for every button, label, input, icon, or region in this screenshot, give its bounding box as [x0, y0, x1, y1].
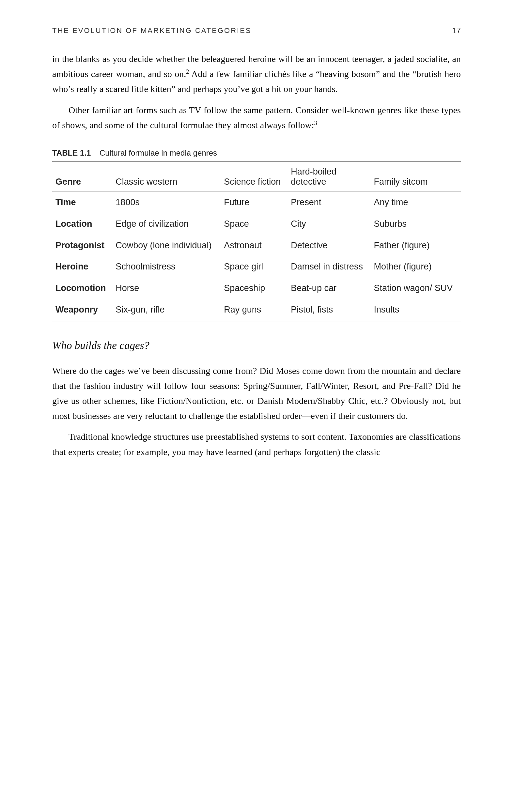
paragraph-1: in the blanks as you decide whether the …: [52, 52, 461, 97]
table-cell: Station wagon/ SUV: [371, 278, 461, 299]
table-caption-text: Cultural formulae in media genres: [93, 148, 217, 157]
table-cell: Suburbs: [371, 213, 461, 235]
table-cell: Edge of civilization: [112, 213, 221, 235]
table-row: HeroineSchoolmistressSpace girlDamsel in…: [52, 256, 461, 278]
table-cell: 1800s: [112, 192, 221, 213]
table-cell: Space: [221, 213, 287, 235]
table-cell: City: [287, 213, 370, 235]
row-label: Location: [52, 213, 112, 235]
table-section: TABLE 1.1 Cultural formulae in media gen…: [52, 148, 461, 321]
table-cell: Cowboy (lone individual): [112, 235, 221, 256]
col-classic-western: Classic western: [112, 162, 221, 192]
table-cell: Space girl: [221, 256, 287, 278]
table-cell: Schoolmistress: [112, 256, 221, 278]
paragraph-4: Traditional knowledge structures use pre…: [52, 429, 461, 459]
col-family-sitcom: Family sitcom: [371, 162, 461, 192]
section-heading: Who builds the cages?: [52, 340, 461, 352]
book-page: THE EVOLUTION OF MARKETING CATEGORIES 17…: [0, 0, 513, 812]
table-cell: Ray guns: [221, 299, 287, 321]
table-row: LocomotionHorseSpaceshipBeat-up carStati…: [52, 278, 461, 299]
table-cell: Insults: [371, 299, 461, 321]
row-label: Weaponry: [52, 299, 112, 321]
col-genre: Genre: [52, 162, 112, 192]
data-table: Genre Classic western Science fiction Ha…: [52, 162, 461, 321]
table-label: TABLE 1.1: [52, 148, 91, 157]
table-cell: Astronaut: [221, 235, 287, 256]
row-label: Heroine: [52, 256, 112, 278]
table-caption: TABLE 1.1 Cultural formulae in media gen…: [52, 148, 461, 157]
page-number: 17: [452, 26, 461, 35]
paragraph-3: Where do the cages we’ve been discussing…: [52, 364, 461, 424]
table-row: WeaponrySix-gun, rifleRay gunsPistol, fi…: [52, 299, 461, 321]
table-cell: Future: [221, 192, 287, 213]
table-cell: Beat-up car: [287, 278, 370, 299]
col-hard-boiled: Hard-boileddetective: [287, 162, 370, 192]
row-label: Protagonist: [52, 235, 112, 256]
table-cell: Spaceship: [221, 278, 287, 299]
page-header: THE EVOLUTION OF MARKETING CATEGORIES 17: [52, 26, 461, 35]
table-header-row: Genre Classic western Science fiction Ha…: [52, 162, 461, 192]
table-cell: Any time: [371, 192, 461, 213]
table-cell: Mother (figure): [371, 256, 461, 278]
table-row: LocationEdge of civilizationSpaceCitySub…: [52, 213, 461, 235]
table-row: Time1800sFuturePresentAny time: [52, 192, 461, 213]
table-cell: Horse: [112, 278, 221, 299]
table-cell: Detective: [287, 235, 370, 256]
table-row: ProtagonistCowboy (lone individual)Astro…: [52, 235, 461, 256]
table-cell: Damsel in distress: [287, 256, 370, 278]
table-cell: Present: [287, 192, 370, 213]
chapter-title: THE EVOLUTION OF MARKETING CATEGORIES: [52, 26, 252, 35]
table-cell: Pistol, fists: [287, 299, 370, 321]
table-cell: Six-gun, rifle: [112, 299, 221, 321]
col-science-fiction: Science fiction: [221, 162, 287, 192]
paragraph-2: Other familiar art forms such as TV foll…: [52, 103, 461, 133]
row-label: Locomotion: [52, 278, 112, 299]
row-label: Time: [52, 192, 112, 213]
table-cell: Father (figure): [371, 235, 461, 256]
